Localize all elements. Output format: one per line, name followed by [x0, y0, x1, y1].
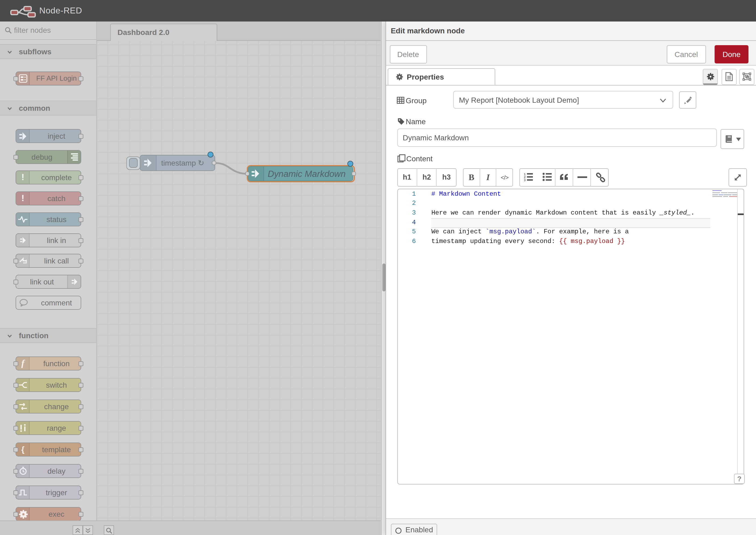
svg-text:3: 3	[524, 179, 526, 181]
